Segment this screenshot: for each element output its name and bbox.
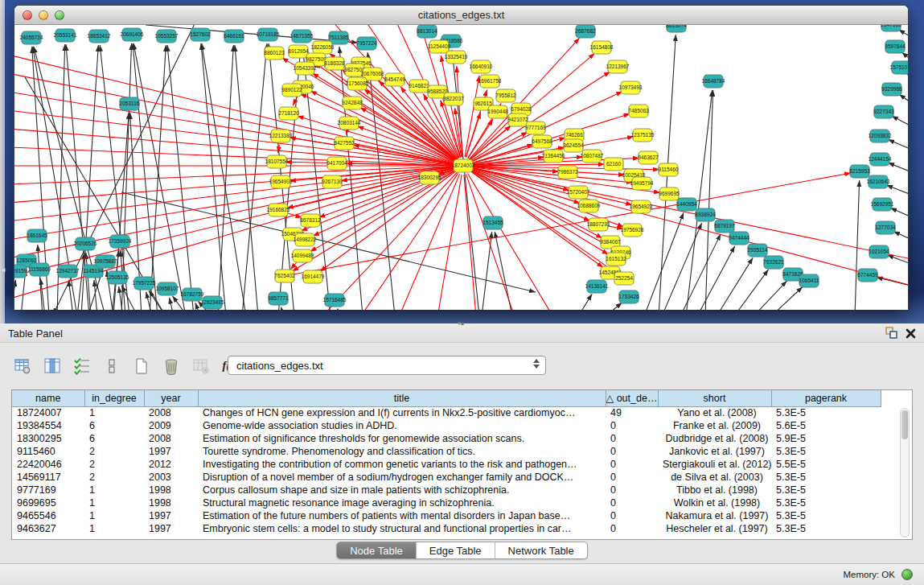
memory-status-indicator[interactable] bbox=[901, 569, 913, 580]
graph-node[interactable]: 12213383 bbox=[269, 130, 293, 142]
graph-node[interactable]: 20553141 bbox=[54, 29, 77, 42]
graph-node[interactable]: 12093832 bbox=[869, 130, 892, 142]
graph-node[interactable]: 11156869 bbox=[28, 263, 51, 276]
graph-node[interactable]: 1139159 bbox=[14, 265, 27, 278]
splitter-collapse-arrow[interactable]: ◄ bbox=[0, 266, 6, 275]
graph-node[interactable]: 1861645 bbox=[27, 229, 47, 242]
graph-node[interactable]: 2053116 bbox=[120, 97, 140, 110]
graph-node[interactable]: 18107554 bbox=[265, 155, 289, 168]
graph-node[interactable]: 9267130 bbox=[322, 175, 343, 188]
tab-network-table[interactable]: Network Table bbox=[495, 542, 587, 558]
graph-node[interactable]: 1440954 bbox=[676, 198, 697, 211]
table-row[interactable]: 969969511998Structural magnetic resonanc… bbox=[12, 496, 881, 509]
graph-node[interactable]: 16648784 bbox=[702, 75, 725, 88]
graph-node[interactable]: 18226058 bbox=[311, 41, 335, 54]
graph-node[interactable]: 9597844 bbox=[885, 40, 906, 53]
graph-node[interactable]: 8215953 bbox=[849, 165, 870, 178]
graph-node[interactable]: 20691406 bbox=[121, 28, 144, 41]
graph-node[interactable]: 10975887 bbox=[94, 255, 117, 268]
graph-node[interactable]: 7485063 bbox=[628, 105, 649, 117]
graph-node[interactable]: 1065411 bbox=[799, 274, 819, 287]
graph-node[interactable]: 9777169 bbox=[525, 122, 546, 134]
graph-node[interactable]: 6466161 bbox=[224, 30, 244, 43]
table-row[interactable]: 2242004622012Investigating the contribut… bbox=[12, 458, 881, 471]
graph-node[interactable]: 9227343 bbox=[873, 105, 894, 118]
graph-node[interactable]: 9115460 bbox=[659, 163, 679, 176]
graph-node[interactable]: 9329966 bbox=[881, 83, 902, 96]
graph-node[interactable]: 62160 bbox=[604, 158, 623, 171]
graph-node[interactable]: 2147183 bbox=[881, 25, 901, 31]
graph-node[interactable]: 8938924 bbox=[695, 208, 716, 221]
graph-node[interactable]: 8678312 bbox=[300, 214, 321, 227]
table-row[interactable]: 977716911998Corpus callosum shape and si… bbox=[12, 484, 881, 496]
graph-node[interactable]: 24055724 bbox=[20, 31, 43, 44]
table-row[interactable]: 911546021997Tourette syndrome. Phenomeno… bbox=[12, 445, 881, 458]
graph-node[interactable]: 8613074 bbox=[666, 25, 687, 32]
graph-node[interactable]: 19654903 bbox=[269, 175, 293, 188]
network-canvas[interactable]: 2405572420553141186534122069140610553257… bbox=[14, 25, 908, 310]
graph-node[interactable]: 12213967 bbox=[606, 60, 630, 73]
graph-node[interactable]: 2718120 bbox=[278, 107, 299, 120]
float-panel-icon[interactable] bbox=[885, 327, 897, 342]
graph-node[interactable]: 12923485 bbox=[201, 296, 224, 309]
tab-node-table[interactable]: Node Table bbox=[337, 542, 416, 558]
graph-node[interactable]: 6879197 bbox=[714, 220, 735, 233]
graph-node[interactable]: 13325419 bbox=[445, 51, 468, 64]
graph-node[interactable]: 18807293 bbox=[587, 218, 610, 231]
graph-node[interactable]: 7632621 bbox=[763, 256, 784, 269]
graph-node[interactable]: 10719185 bbox=[257, 28, 280, 41]
scrollbar-thumb[interactable] bbox=[901, 410, 908, 439]
graph-node[interactable]: 7955812 bbox=[495, 89, 516, 102]
graph-node[interactable]: 1277034 bbox=[875, 221, 896, 234]
graph-node[interactable]: 9417004 bbox=[326, 157, 347, 170]
table-options-icon[interactable] bbox=[11, 355, 34, 377]
graph-node[interactable]: 252254 bbox=[614, 272, 634, 285]
graph-node[interactable]: 7957224 bbox=[356, 37, 377, 50]
table-row[interactable]: 946554611997Estimation of the future num… bbox=[12, 509, 881, 522]
graph-node[interactable]: 1527602 bbox=[190, 28, 211, 41]
graph-node[interactable]: 12505135 bbox=[106, 271, 129, 284]
graph-node[interactable]: 19756928 bbox=[621, 224, 644, 237]
graph-node[interactable]: 10958107 bbox=[156, 282, 179, 295]
column-header-name[interactable]: name bbox=[12, 390, 84, 406]
graph-node[interactable]: 9474444 bbox=[729, 232, 749, 245]
table-row[interactable]: 946362711997Embryonic stem cells: a mode… bbox=[12, 522, 881, 535]
graph-node[interactable]: 7625402 bbox=[274, 270, 295, 282]
graph-node[interactable]: 21756085 bbox=[346, 77, 369, 90]
graph-node[interactable]: 16914479 bbox=[302, 270, 325, 283]
column-header-in_degree[interactable]: in_degree bbox=[84, 390, 144, 406]
graph-node[interactable]: 7986372 bbox=[557, 166, 578, 179]
select-columns-icon[interactable] bbox=[41, 355, 64, 377]
graph-node[interactable]: 3624554 bbox=[563, 139, 584, 152]
row-height-icon[interactable] bbox=[101, 355, 123, 377]
graph-node[interactable]: 10553257 bbox=[155, 30, 179, 43]
graph-node[interactable]: 1990448 bbox=[487, 105, 508, 118]
graph-node[interactable]: 9463627 bbox=[638, 151, 659, 164]
graph-node[interactable]: 1733426 bbox=[618, 290, 639, 303]
graph-node[interactable]: 6497568 bbox=[532, 135, 552, 148]
graph-node[interactable]: 1021054 bbox=[869, 245, 889, 258]
graph-node[interactable]: 18653412 bbox=[88, 30, 111, 43]
graph-node[interactable]: 16961758 bbox=[478, 75, 502, 88]
graph-node[interactable]: 8813014 bbox=[417, 25, 437, 38]
column-header-year[interactable]: year bbox=[144, 390, 198, 406]
graph-node[interactable]: 10543392 bbox=[294, 62, 317, 75]
graph-node[interactable]: 10688609 bbox=[577, 200, 601, 212]
graph-node[interactable]: 9146821 bbox=[409, 80, 429, 93]
graph-node[interactable]: 19495794 bbox=[630, 177, 654, 190]
table-row[interactable]: 1830029562008Estimation of significance … bbox=[12, 432, 881, 445]
splitter-handle[interactable]: ▾▴ bbox=[455, 320, 466, 326]
graph-node[interactable]: 16154808 bbox=[590, 41, 614, 54]
graph-node[interactable]: 14136141 bbox=[585, 280, 609, 293]
graph-node[interactable]: 17957225 bbox=[133, 277, 156, 290]
column-header-title[interactable]: title bbox=[198, 390, 606, 406]
vertical-scrollbar[interactable] bbox=[900, 408, 910, 538]
graph-node[interactable]: 12375135 bbox=[631, 129, 655, 142]
graph-node[interactable]: 9857771 bbox=[268, 292, 289, 305]
graph-node[interactable]: 8186328 bbox=[324, 57, 345, 70]
graph-node[interactable]: 2935114 bbox=[748, 244, 768, 257]
graph-node[interactable]: 18724007 bbox=[452, 159, 475, 172]
new-table-icon[interactable] bbox=[130, 355, 153, 377]
graph-node[interactable]: 14998222 bbox=[294, 233, 317, 246]
graph-node[interactable]: 6774459 bbox=[857, 269, 878, 282]
